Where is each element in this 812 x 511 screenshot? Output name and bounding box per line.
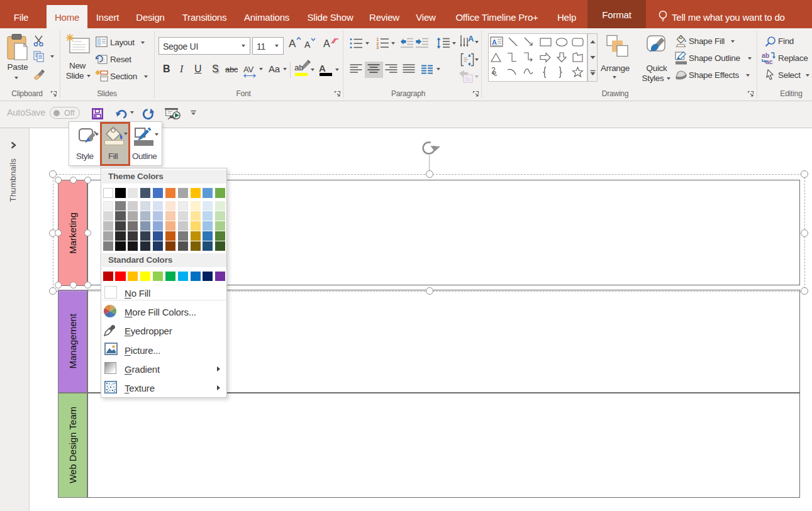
svg-text:A: A [468,35,474,43]
svg-text:A: A [492,38,497,46]
svg-text:3: 3 [377,45,379,49]
